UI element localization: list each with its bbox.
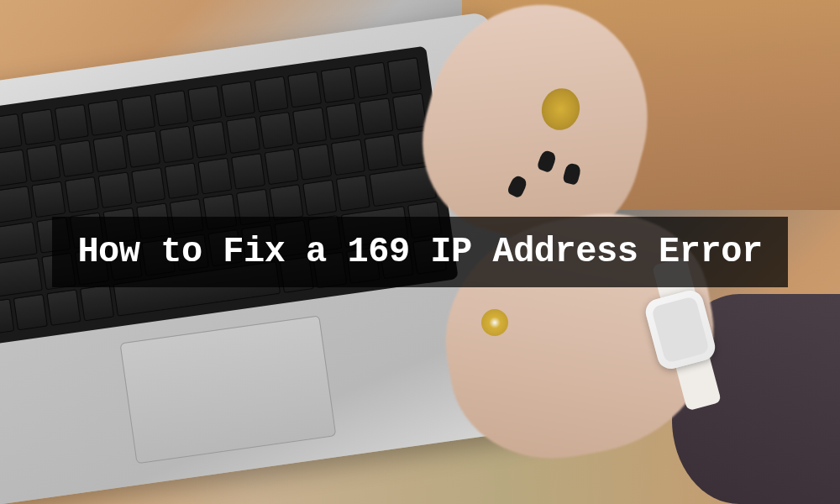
article-title: How to Fix a 169 IP Address Error [52,217,787,287]
text-overlay-container: How to Fix a 169 IP Address Error [0,0,840,504]
